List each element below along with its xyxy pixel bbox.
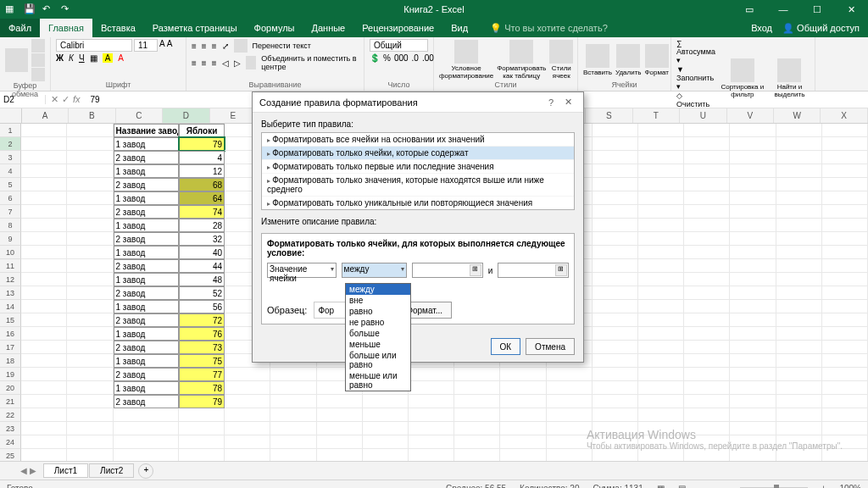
menu-file[interactable]: Файл — [0, 19, 40, 37]
cell[interactable] — [638, 408, 684, 422]
fill[interactable]: ▼ Заполнить ▾ — [676, 65, 715, 91]
cell[interactable] — [21, 178, 67, 191]
cell[interactable] — [21, 341, 67, 354]
cell[interactable]: 2 завод — [114, 151, 179, 164]
cell[interactable] — [638, 205, 684, 219]
cell[interactable] — [67, 422, 113, 435]
number-format[interactable]: Общий — [370, 39, 428, 52]
cell[interactable] — [776, 219, 822, 232]
cell[interactable]: 76 — [179, 327, 225, 341]
cell[interactable]: 2 завод — [114, 313, 179, 327]
cell[interactable] — [21, 300, 67, 313]
cell[interactable]: 2 завод — [114, 341, 179, 354]
cell[interactable] — [21, 422, 67, 435]
cell[interactable] — [684, 151, 730, 164]
signin[interactable]: Вход — [751, 23, 772, 34]
cell[interactable] — [684, 395, 730, 408]
cell[interactable] — [730, 381, 776, 395]
cell[interactable] — [500, 435, 546, 449]
col-header-D[interactable]: D — [163, 108, 209, 123]
paste-icon[interactable] — [5, 48, 28, 72]
currency-icon[interactable]: 💲 — [370, 53, 380, 63]
redo-icon[interactable]: ↷ — [61, 3, 73, 15]
rule-item[interactable]: Форматировать все ячейки на основании их… — [262, 133, 574, 147]
cell[interactable]: 2 завод — [114, 232, 179, 246]
cell[interactable]: 1 завод — [114, 381, 179, 395]
row-header[interactable]: 7 — [0, 205, 21, 219]
cell[interactable] — [21, 449, 67, 461]
condition-target-select[interactable]: Значение ячейки▾ — [267, 263, 337, 278]
col-header-A[interactable]: A — [22, 108, 69, 123]
cell[interactable]: 48 — [179, 273, 225, 286]
cell[interactable] — [454, 449, 500, 461]
share[interactable]: 👤 Общий доступ — [782, 23, 860, 34]
row-header[interactable]: 11 — [0, 259, 21, 273]
cell[interactable] — [547, 395, 593, 408]
cell[interactable] — [638, 354, 684, 368]
row-header[interactable]: 18 — [0, 354, 21, 368]
cell[interactable] — [684, 191, 730, 205]
cell[interactable] — [776, 191, 822, 205]
cell[interactable] — [684, 246, 730, 259]
row-header[interactable]: 16 — [0, 327, 21, 341]
cell[interactable] — [593, 327, 638, 341]
cell[interactable]: 2 завод — [114, 286, 179, 300]
cell[interactable] — [67, 151, 113, 164]
fontcolor-icon[interactable]: A — [118, 53, 124, 63]
cell[interactable] — [270, 395, 316, 408]
cell[interactable] — [822, 354, 868, 368]
cell[interactable]: 44 — [179, 259, 225, 273]
row-header[interactable]: 1 — [0, 124, 21, 137]
cell[interactable] — [21, 246, 67, 259]
cell[interactable] — [500, 449, 546, 461]
cell[interactable] — [730, 341, 776, 354]
cell[interactable] — [114, 435, 179, 449]
cell[interactable] — [179, 408, 225, 422]
cell[interactable] — [730, 259, 776, 273]
cell[interactable] — [21, 381, 67, 395]
row-header[interactable]: 4 — [0, 164, 21, 178]
cell[interactable]: 32 — [179, 232, 225, 246]
cell[interactable]: Яблоки — [179, 124, 225, 137]
cell[interactable] — [593, 246, 638, 259]
col-header-V[interactable]: V — [727, 108, 774, 123]
cell[interactable] — [593, 259, 638, 273]
range-picker-icon[interactable]: ⊞ — [470, 264, 481, 276]
cell[interactable] — [21, 219, 67, 232]
cell[interactable] — [593, 354, 638, 368]
cell[interactable] — [593, 164, 638, 178]
col-header-B[interactable]: B — [69, 108, 115, 123]
cell[interactable] — [684, 327, 730, 341]
cell[interactable] — [684, 449, 730, 461]
cell[interactable] — [638, 327, 684, 341]
cell[interactable] — [730, 408, 776, 422]
cell[interactable] — [67, 137, 113, 151]
row-header[interactable]: 5 — [0, 178, 21, 191]
cell[interactable]: 77 — [179, 368, 225, 381]
cell[interactable] — [776, 408, 822, 422]
col-header-T[interactable]: T — [633, 108, 680, 123]
cell[interactable]: 79 — [179, 395, 225, 408]
maximize-icon[interactable]: ☐ — [800, 0, 834, 19]
row-header[interactable]: 3 — [0, 151, 21, 164]
row-header[interactable]: 13 — [0, 286, 21, 300]
cell[interactable] — [638, 178, 684, 191]
cell[interactable] — [684, 178, 730, 191]
cell[interactable] — [67, 286, 113, 300]
cell[interactable] — [21, 368, 67, 381]
cell[interactable]: 68 — [179, 178, 225, 191]
cell[interactable] — [638, 395, 684, 408]
cancel-button[interactable]: Отмена — [526, 338, 575, 355]
row-header[interactable]: 19 — [0, 368, 21, 381]
align-top-icon[interactable]: ≡ — [192, 42, 197, 51]
cell[interactable] — [822, 286, 868, 300]
cell[interactable] — [500, 408, 546, 422]
cell[interactable] — [638, 273, 684, 286]
cell[interactable] — [638, 151, 684, 164]
cell[interactable]: 1 завод — [114, 273, 179, 286]
cell[interactable] — [67, 124, 113, 137]
cell[interactable] — [270, 368, 316, 381]
cell[interactable] — [730, 313, 776, 327]
cell[interactable] — [593, 137, 638, 151]
cell[interactable] — [730, 124, 776, 137]
